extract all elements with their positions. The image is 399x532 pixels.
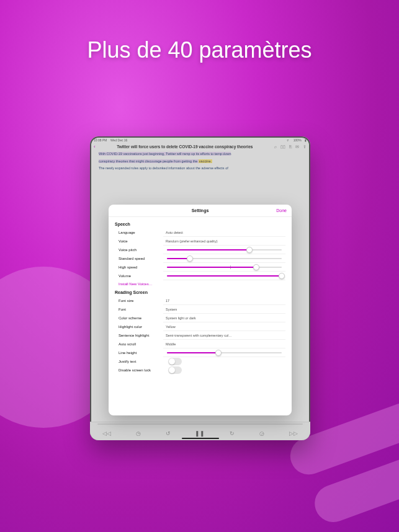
home-indicator[interactable] xyxy=(182,438,219,439)
label-font: Font xyxy=(115,308,163,311)
row-font-size[interactable]: Font size 17 xyxy=(115,296,285,305)
label-auto-scroll: Auto scroll xyxy=(115,342,163,346)
modal-body[interactable]: Speech Language Auto detect Voice Random… xyxy=(109,217,292,415)
value-highlight-color[interactable]: Yellow xyxy=(163,322,285,331)
row-disable-screen-lock[interactable]: Disable screen lock xyxy=(115,366,285,375)
install-voices-link[interactable]: Install New Voices… xyxy=(115,280,285,288)
settings-modal: Settings Done Speech Language Auto detec… xyxy=(109,205,292,415)
label-sentence-highlight: Sentence highlight xyxy=(115,334,163,337)
slider-high-speed[interactable] xyxy=(163,263,285,272)
row-justify-text[interactable]: Justify text xyxy=(115,357,285,366)
label-standard-speed: Standard speed xyxy=(115,257,163,260)
slider-volume[interactable] xyxy=(163,272,285,280)
label-font-size: Font size xyxy=(115,299,163,303)
label-language: Language xyxy=(115,231,163,234)
section-reading-title: Reading Screen xyxy=(115,290,285,295)
row-auto-scroll[interactable]: Auto scroll Middle xyxy=(115,340,285,348)
value-font[interactable]: System xyxy=(163,305,285,314)
value-color-scheme[interactable]: System light or dark xyxy=(163,314,285,322)
value-language[interactable]: Auto detect xyxy=(163,228,285,237)
row-high-speed[interactable]: High speed xyxy=(115,263,285,272)
bg-decor-bar-2 xyxy=(310,450,399,528)
row-language[interactable]: Language Auto detect xyxy=(115,228,285,237)
value-sentence-highlight[interactable]: Semi-transparent with complementary col… xyxy=(163,331,285,340)
slider-line-height[interactable] xyxy=(163,348,285,357)
row-color-scheme[interactable]: Color scheme System light or dark xyxy=(115,314,285,322)
row-voice-pitch[interactable]: Voice pitch xyxy=(115,246,285,254)
label-highlight-color: Highlight color xyxy=(115,325,163,329)
ipad-frame: 10:08 PM Wed Dec 16 ᯤ 100% ▮ ‹ Twitter w… xyxy=(90,136,310,440)
row-volume[interactable]: Volume xyxy=(115,272,285,280)
marketing-headline: Plus de 40 paramètres xyxy=(0,37,399,63)
value-font-size[interactable]: 17 xyxy=(163,296,285,305)
toggle-disable-screen-lock[interactable] xyxy=(168,366,182,374)
label-voice-pitch: Voice pitch xyxy=(115,248,163,252)
label-voice: Voice xyxy=(115,239,163,243)
label-volume: Volume xyxy=(115,274,163,278)
row-standard-speed[interactable]: Standard speed xyxy=(115,254,285,263)
row-line-height[interactable]: Line height xyxy=(115,348,285,357)
slider-standard-speed[interactable] xyxy=(163,254,285,263)
label-disable-screen-lock: Disable screen lock xyxy=(115,368,163,372)
label-color-scheme: Color scheme xyxy=(115,316,163,320)
label-justify-text: Justify text xyxy=(115,360,163,363)
row-highlight-color[interactable]: Highlight color Yellow xyxy=(115,322,285,331)
value-auto-scroll[interactable]: Middle xyxy=(163,340,285,348)
row-sentence-highlight[interactable]: Sentence highlight Semi-transparent with… xyxy=(115,331,285,340)
row-font[interactable]: Font System xyxy=(115,305,285,314)
label-high-speed: High speed xyxy=(115,265,163,269)
done-button[interactable]: Done xyxy=(276,208,287,213)
section-speech-title: Speech xyxy=(115,222,285,226)
modal-title: Settings xyxy=(192,208,209,213)
label-line-height: Line height xyxy=(115,351,163,355)
slider-voice-pitch[interactable] xyxy=(163,246,285,254)
modal-header: Settings Done xyxy=(109,205,292,217)
value-voice[interactable]: Random (prefer enhanced quality) xyxy=(163,237,285,246)
toggle-justify-text[interactable] xyxy=(168,358,182,365)
row-voice[interactable]: Voice Random (prefer enhanced quality) xyxy=(115,237,285,246)
